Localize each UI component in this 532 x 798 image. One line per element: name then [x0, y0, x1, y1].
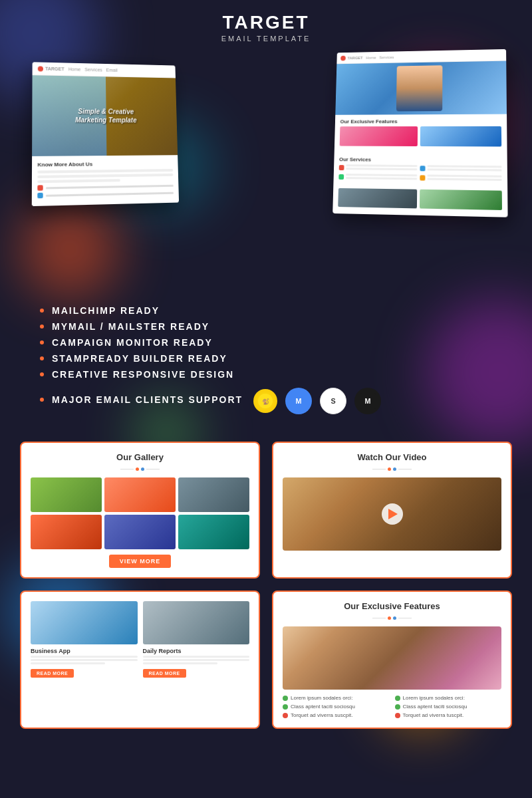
feature-item-6: MAJOR EMAIL CLIENTS SUPPORT 🐒 M [40, 385, 492, 414]
video-card-title: Watch Our Video [283, 452, 501, 462]
video-card: Watch Our Video [272, 442, 512, 579]
feature-item-4: STAMPREADY BUILDER READY [40, 353, 492, 364]
divider-line-1 [120, 469, 134, 469]
excl-feat-4: Class aptent taciti sociosqu [395, 704, 502, 710]
feature-item-2: MYMAIL / MAILSTER READY [40, 321, 492, 332]
feature-label-5: CREATIVE RESPONSIVE DESIGN [52, 369, 234, 380]
feature-bullet-5 [40, 372, 44, 376]
page-header: TARGET EMAIL TEMPLATE [0, 0, 532, 49]
gallery-img-1 [31, 477, 102, 512]
tpl-nav-home: Home [68, 67, 81, 72]
read-more-btn-2[interactable]: READ MORE [143, 669, 186, 678]
templates-preview: TARGET Home Services Email Simple & Crea… [20, 49, 512, 295]
excl-text-4: Class aptent taciti sociosqu [403, 704, 467, 710]
biz-title-2: Daily Reports [143, 648, 250, 654]
tpl-service-icon-4 [420, 175, 425, 180]
svg-text:🐒: 🐒 [262, 398, 269, 406]
feature-label-6: MAJOR EMAIL CLIENTS SUPPORT [52, 394, 243, 405]
view-more-button[interactable]: VIEW MORE [109, 555, 172, 568]
tpl-right-nav-services: Services [379, 55, 394, 59]
excl-icon-2 [395, 696, 400, 701]
biz-text-1b [31, 659, 138, 661]
excl-feat-1: Lorem ipsum sodales orci: [283, 695, 390, 701]
excl-icon-5 [283, 713, 288, 718]
tpl-logo: TARGET [38, 66, 65, 72]
excl-feat-6: Torquet ad viverra tuscpit. [395, 712, 502, 718]
tpl-service-strategies [420, 174, 501, 182]
tpl-biz-grid [338, 188, 502, 210]
excl-icon-4 [395, 704, 400, 710]
feature-item-5: CREATIVE RESPONSIVE DESIGN [40, 369, 492, 380]
feature-bullet-3 [40, 340, 44, 344]
tpl-right-section-features: Our Exclusive Features [334, 114, 507, 154]
excl-text-2: Lorem ipsum sodales orci: [403, 695, 465, 701]
excl-divider [283, 616, 501, 620]
preview-grid: Our Gallery VIEW MORE Watch Our Video [0, 430, 532, 741]
v-divider-line-2 [398, 469, 412, 469]
stampready-icon: S [320, 388, 346, 414]
template-left-preview: TARGET Home Services Email Simple & Crea… [32, 62, 179, 206]
business-grid: Business App READ MORE Daily Reports REA… [31, 601, 249, 678]
gallery-card-title: Our Gallery [31, 452, 249, 462]
tpl-contact-phone [37, 183, 174, 191]
tpl-email-line [46, 192, 174, 196]
gallery-img-3 [178, 477, 249, 512]
v-divider-line-1 [372, 469, 386, 469]
feature-label-4: STAMPREADY BUILDER READY [52, 353, 227, 364]
feature-label-1: MAILCHIMP READY [52, 305, 160, 316]
svg-text:S: S [331, 397, 335, 405]
e-divider-dot-1 [388, 616, 391, 620]
tpl-svc-line-3 [428, 165, 502, 168]
feature-label-2: MYMAIL / MAILSTER READY [52, 321, 209, 332]
tpl-text-1 [37, 169, 173, 174]
tpl-hero-text: Simple & CreativeMarketing Template [68, 100, 144, 131]
tpl-email-icon [37, 193, 43, 199]
tpl-right-section-services: Our Services [333, 152, 507, 186]
tpl-svc-line-4 [428, 168, 502, 171]
tpl-logo-text: TARGET [45, 66, 65, 72]
video-divider [283, 467, 501, 471]
tpl-section-title: Know More About Us [37, 160, 173, 168]
divider-dot-1 [136, 467, 139, 471]
tpl-phone-line [46, 184, 174, 189]
biz-img-1 [31, 601, 138, 644]
gmail-icon: M [285, 388, 312, 414]
tpl-biz-img-2 [420, 190, 502, 210]
feature-bullet-2 [40, 325, 44, 329]
e-divider-line-1 [372, 618, 386, 618]
tpl-svc-line-7 [427, 174, 501, 177]
tpl-feat-2 [420, 126, 501, 147]
tpl-contact-email [37, 190, 174, 199]
feature-item-3: CAMPAIGN MONITOR READY [40, 337, 492, 348]
exclusive-features-grid: Lorem ipsum sodales orci: Lorem ipsum so… [283, 695, 501, 718]
gallery-img-5 [104, 515, 176, 549]
feature-item-1: MAILCHIMP READY [40, 305, 492, 316]
biz-item-1: Business App READ MORE [31, 601, 138, 678]
tpl-service-designing [338, 174, 417, 181]
tpl-svc-line-2 [346, 168, 417, 170]
v-divider-dot-1 [388, 467, 391, 471]
tpl-right-logo: TARGET [340, 55, 362, 61]
tpl-service-icon-3 [338, 174, 344, 180]
feature-bullet-4 [40, 356, 44, 360]
biz-title-1: Business App [31, 648, 138, 654]
e-divider-dot-2 [393, 616, 396, 620]
biz-text-2b [143, 659, 250, 661]
tpl-right-features-grid [340, 126, 502, 147]
read-more-btn-1[interactable]: READ MORE [31, 669, 74, 678]
excl-icon-6 [395, 713, 400, 718]
tpl-svc-line-1 [346, 164, 417, 167]
tpl-right-features-title: Our Exclusive Features [340, 118, 501, 125]
svg-text:M: M [296, 397, 302, 405]
tpl-text-2 [37, 174, 173, 178]
tpl-service-icon-1 [339, 165, 344, 170]
e-divider-line-2 [398, 618, 412, 618]
play-button[interactable] [382, 503, 403, 525]
tpl-nav-email: Email [106, 68, 118, 72]
v-divider-dot-2 [393, 467, 396, 471]
tpl-left-body: Know More About Us [32, 155, 179, 206]
tpl-right-hero [335, 61, 507, 115]
template-right-preview: TARGET Home Services Our Exclusive Featu… [332, 49, 507, 217]
tpl-biz-img-1 [338, 188, 417, 209]
video-thumbnail[interactable] [283, 477, 501, 551]
